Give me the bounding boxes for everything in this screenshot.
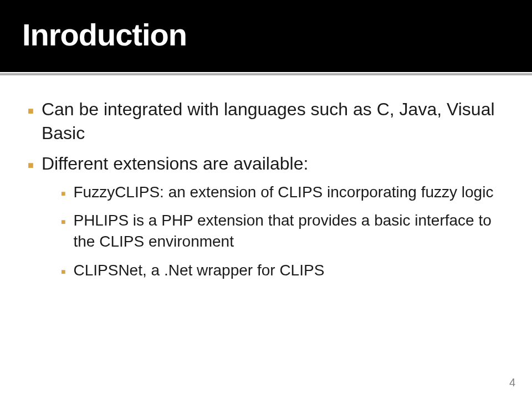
slide-body: ■ Can be integrated with languages such … xyxy=(0,75,532,281)
list-item: ■ FuzzyCLIPS: an extension of CLIPS inco… xyxy=(61,182,504,203)
list-item: ■ CLIPSNet, a .Net wrapper for CLIPS xyxy=(61,260,504,281)
page-number: 4 xyxy=(509,376,515,389)
bullet-icon: ■ xyxy=(61,217,65,227)
bullet-text: FuzzyCLIPS: an extension of CLIPS incorp… xyxy=(73,182,493,203)
bullet-list: ■ Can be integrated with languages such … xyxy=(28,98,504,281)
bullet-icon: ■ xyxy=(61,267,65,277)
bullet-text: PHLIPS is a PHP extension that provides … xyxy=(73,210,504,252)
bullet-icon: ■ xyxy=(28,104,34,117)
bullet-text: CLIPSNet, a .Net wrapper for CLIPS xyxy=(73,260,324,281)
slide-header: Inroduction xyxy=(0,0,532,72)
list-item: ■ PHLIPS is a PHP extension that provide… xyxy=(61,210,504,252)
list-item: ■ Can be integrated with languages such … xyxy=(28,98,504,145)
bullet-icon: ■ xyxy=(28,158,34,172)
sub-bullet-list: ■ FuzzyCLIPS: an extension of CLIPS inco… xyxy=(61,182,504,281)
bullet-text: Different extensions are available: xyxy=(42,152,308,176)
bullet-icon: ■ xyxy=(61,188,65,199)
bullet-text: Can be integrated with languages such as… xyxy=(42,98,504,145)
slide-title: Inroduction xyxy=(22,17,510,53)
list-item: ■ Different extensions are available: ■ … xyxy=(28,152,504,280)
